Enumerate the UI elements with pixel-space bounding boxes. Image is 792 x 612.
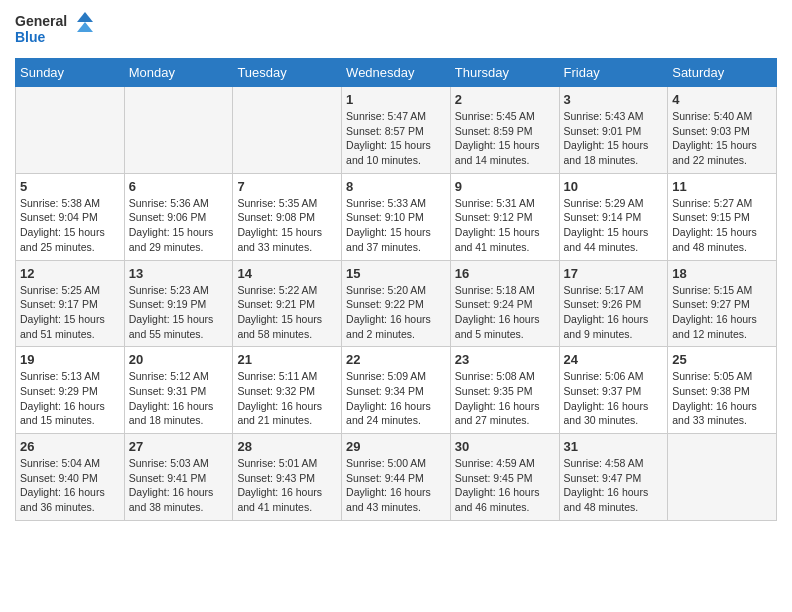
day-cell: 30Sunrise: 4:59 AM Sunset: 9:45 PM Dayli… (450, 434, 559, 521)
header: General Blue (15, 10, 777, 50)
day-number: 9 (455, 179, 555, 194)
day-info: Sunrise: 5:40 AM Sunset: 9:03 PM Dayligh… (672, 109, 772, 168)
day-info: Sunrise: 5:23 AM Sunset: 9:19 PM Dayligh… (129, 283, 229, 342)
week-row-4: 19Sunrise: 5:13 AM Sunset: 9:29 PM Dayli… (16, 347, 777, 434)
calendar-body: 1Sunrise: 5:47 AM Sunset: 8:57 PM Daylig… (16, 87, 777, 521)
day-info: Sunrise: 5:22 AM Sunset: 9:21 PM Dayligh… (237, 283, 337, 342)
day-number: 29 (346, 439, 446, 454)
day-info: Sunrise: 5:12 AM Sunset: 9:31 PM Dayligh… (129, 369, 229, 428)
day-number: 23 (455, 352, 555, 367)
day-cell (16, 87, 125, 174)
day-cell: 31Sunrise: 4:58 AM Sunset: 9:47 PM Dayli… (559, 434, 668, 521)
day-cell: 20Sunrise: 5:12 AM Sunset: 9:31 PM Dayli… (124, 347, 233, 434)
day-info: Sunrise: 5:27 AM Sunset: 9:15 PM Dayligh… (672, 196, 772, 255)
day-number: 6 (129, 179, 229, 194)
day-info: Sunrise: 5:05 AM Sunset: 9:38 PM Dayligh… (672, 369, 772, 428)
header-cell-friday: Friday (559, 59, 668, 87)
day-number: 5 (20, 179, 120, 194)
day-cell: 11Sunrise: 5:27 AM Sunset: 9:15 PM Dayli… (668, 173, 777, 260)
calendar-table: SundayMondayTuesdayWednesdayThursdayFrid… (15, 58, 777, 521)
day-number: 25 (672, 352, 772, 367)
day-number: 12 (20, 266, 120, 281)
day-cell: 9Sunrise: 5:31 AM Sunset: 9:12 PM Daylig… (450, 173, 559, 260)
day-number: 24 (564, 352, 664, 367)
day-number: 28 (237, 439, 337, 454)
day-cell: 14Sunrise: 5:22 AM Sunset: 9:21 PM Dayli… (233, 260, 342, 347)
day-info: Sunrise: 4:58 AM Sunset: 9:47 PM Dayligh… (564, 456, 664, 515)
day-cell: 2Sunrise: 5:45 AM Sunset: 8:59 PM Daylig… (450, 87, 559, 174)
day-cell: 24Sunrise: 5:06 AM Sunset: 9:37 PM Dayli… (559, 347, 668, 434)
day-number: 16 (455, 266, 555, 281)
day-info: Sunrise: 5:35 AM Sunset: 9:08 PM Dayligh… (237, 196, 337, 255)
day-number: 31 (564, 439, 664, 454)
day-cell: 25Sunrise: 5:05 AM Sunset: 9:38 PM Dayli… (668, 347, 777, 434)
svg-text:General: General (15, 13, 67, 29)
day-cell: 3Sunrise: 5:43 AM Sunset: 9:01 PM Daylig… (559, 87, 668, 174)
day-info: Sunrise: 5:17 AM Sunset: 9:26 PM Dayligh… (564, 283, 664, 342)
day-cell (668, 434, 777, 521)
day-info: Sunrise: 5:11 AM Sunset: 9:32 PM Dayligh… (237, 369, 337, 428)
header-cell-thursday: Thursday (450, 59, 559, 87)
day-cell: 23Sunrise: 5:08 AM Sunset: 9:35 PM Dayli… (450, 347, 559, 434)
day-info: Sunrise: 4:59 AM Sunset: 9:45 PM Dayligh… (455, 456, 555, 515)
day-number: 27 (129, 439, 229, 454)
day-info: Sunrise: 5:09 AM Sunset: 9:34 PM Dayligh… (346, 369, 446, 428)
calendar-header: SundayMondayTuesdayWednesdayThursdayFrid… (16, 59, 777, 87)
day-info: Sunrise: 5:33 AM Sunset: 9:10 PM Dayligh… (346, 196, 446, 255)
day-cell: 16Sunrise: 5:18 AM Sunset: 9:24 PM Dayli… (450, 260, 559, 347)
day-info: Sunrise: 5:18 AM Sunset: 9:24 PM Dayligh… (455, 283, 555, 342)
header-cell-sunday: Sunday (16, 59, 125, 87)
day-info: Sunrise: 5:25 AM Sunset: 9:17 PM Dayligh… (20, 283, 120, 342)
day-cell (233, 87, 342, 174)
day-number: 8 (346, 179, 446, 194)
day-cell: 7Sunrise: 5:35 AM Sunset: 9:08 PM Daylig… (233, 173, 342, 260)
day-cell: 13Sunrise: 5:23 AM Sunset: 9:19 PM Dayli… (124, 260, 233, 347)
day-number: 1 (346, 92, 446, 107)
day-number: 30 (455, 439, 555, 454)
day-cell: 29Sunrise: 5:00 AM Sunset: 9:44 PM Dayli… (342, 434, 451, 521)
day-info: Sunrise: 5:01 AM Sunset: 9:43 PM Dayligh… (237, 456, 337, 515)
header-cell-tuesday: Tuesday (233, 59, 342, 87)
day-number: 3 (564, 92, 664, 107)
day-info: Sunrise: 5:36 AM Sunset: 9:06 PM Dayligh… (129, 196, 229, 255)
day-number: 2 (455, 92, 555, 107)
day-cell: 15Sunrise: 5:20 AM Sunset: 9:22 PM Dayli… (342, 260, 451, 347)
header-cell-monday: Monday (124, 59, 233, 87)
day-cell (124, 87, 233, 174)
day-info: Sunrise: 5:29 AM Sunset: 9:14 PM Dayligh… (564, 196, 664, 255)
day-info: Sunrise: 5:38 AM Sunset: 9:04 PM Dayligh… (20, 196, 120, 255)
day-cell: 26Sunrise: 5:04 AM Sunset: 9:40 PM Dayli… (16, 434, 125, 521)
day-info: Sunrise: 5:00 AM Sunset: 9:44 PM Dayligh… (346, 456, 446, 515)
day-cell: 28Sunrise: 5:01 AM Sunset: 9:43 PM Dayli… (233, 434, 342, 521)
day-cell: 18Sunrise: 5:15 AM Sunset: 9:27 PM Dayli… (668, 260, 777, 347)
day-info: Sunrise: 5:13 AM Sunset: 9:29 PM Dayligh… (20, 369, 120, 428)
day-cell: 27Sunrise: 5:03 AM Sunset: 9:41 PM Dayli… (124, 434, 233, 521)
day-cell: 22Sunrise: 5:09 AM Sunset: 9:34 PM Dayli… (342, 347, 451, 434)
day-number: 20 (129, 352, 229, 367)
day-number: 13 (129, 266, 229, 281)
day-number: 10 (564, 179, 664, 194)
week-row-5: 26Sunrise: 5:04 AM Sunset: 9:40 PM Dayli… (16, 434, 777, 521)
header-cell-wednesday: Wednesday (342, 59, 451, 87)
day-info: Sunrise: 5:47 AM Sunset: 8:57 PM Dayligh… (346, 109, 446, 168)
day-info: Sunrise: 5:43 AM Sunset: 9:01 PM Dayligh… (564, 109, 664, 168)
day-number: 22 (346, 352, 446, 367)
day-info: Sunrise: 5:08 AM Sunset: 9:35 PM Dayligh… (455, 369, 555, 428)
day-number: 15 (346, 266, 446, 281)
day-number: 11 (672, 179, 772, 194)
day-cell: 5Sunrise: 5:38 AM Sunset: 9:04 PM Daylig… (16, 173, 125, 260)
svg-text:Blue: Blue (15, 29, 46, 45)
day-info: Sunrise: 5:31 AM Sunset: 9:12 PM Dayligh… (455, 196, 555, 255)
day-cell: 21Sunrise: 5:11 AM Sunset: 9:32 PM Dayli… (233, 347, 342, 434)
day-number: 26 (20, 439, 120, 454)
day-cell: 1Sunrise: 5:47 AM Sunset: 8:57 PM Daylig… (342, 87, 451, 174)
logo: General Blue (15, 10, 95, 50)
svg-marker-2 (77, 12, 93, 22)
day-cell: 4Sunrise: 5:40 AM Sunset: 9:03 PM Daylig… (668, 87, 777, 174)
day-cell: 6Sunrise: 5:36 AM Sunset: 9:06 PM Daylig… (124, 173, 233, 260)
day-info: Sunrise: 5:15 AM Sunset: 9:27 PM Dayligh… (672, 283, 772, 342)
day-info: Sunrise: 5:20 AM Sunset: 9:22 PM Dayligh… (346, 283, 446, 342)
day-number: 4 (672, 92, 772, 107)
week-row-2: 5Sunrise: 5:38 AM Sunset: 9:04 PM Daylig… (16, 173, 777, 260)
day-cell: 12Sunrise: 5:25 AM Sunset: 9:17 PM Dayli… (16, 260, 125, 347)
